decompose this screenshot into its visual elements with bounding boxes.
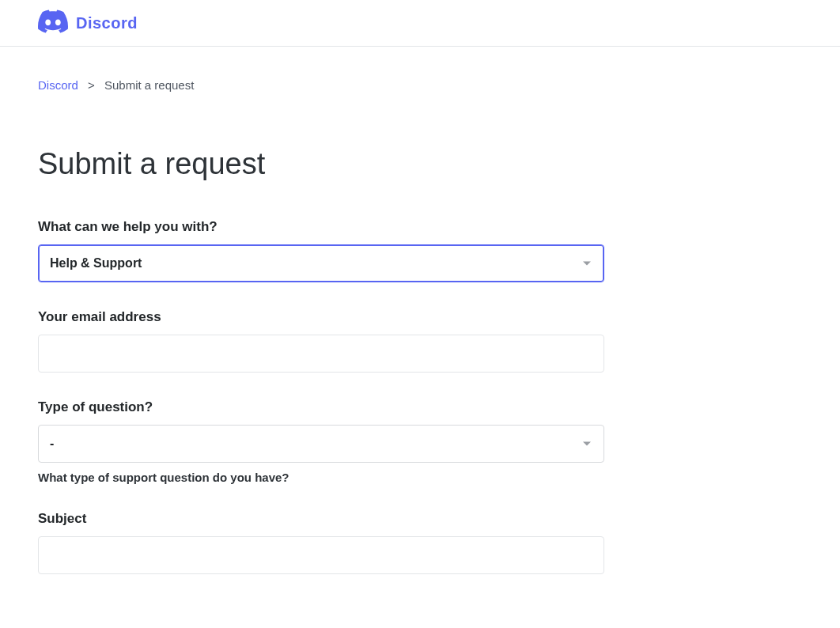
help-with-label: What can we help you with? xyxy=(38,219,604,235)
breadcrumb: Discord > Submit a request xyxy=(38,78,604,92)
email-group: Your email address xyxy=(38,309,604,373)
question-type-group: Type of question? - What type of support… xyxy=(38,399,604,484)
brand-text: Discord xyxy=(76,14,138,32)
question-type-help-text: What type of support question do you hav… xyxy=(38,471,604,484)
question-type-selected-value: - xyxy=(50,437,54,451)
question-type-select[interactable]: - xyxy=(38,425,604,463)
subject-label: Subject xyxy=(38,511,604,527)
subject-group: Subject xyxy=(38,511,604,574)
discord-logo-icon xyxy=(38,9,68,36)
email-field[interactable] xyxy=(38,335,604,373)
main-content: Discord > Submit a request Submit a requ… xyxy=(0,47,642,574)
email-label: Your email address xyxy=(38,309,604,325)
question-type-label: Type of question? xyxy=(38,399,604,415)
logo[interactable]: Discord xyxy=(38,9,138,36)
chevron-down-icon xyxy=(583,442,591,446)
breadcrumb-root-link[interactable]: Discord xyxy=(38,78,78,92)
help-with-selected-value: Help & Support xyxy=(50,256,142,270)
subject-field[interactable] xyxy=(38,536,604,574)
breadcrumb-separator: > xyxy=(88,78,95,92)
chevron-down-icon xyxy=(583,262,591,266)
help-with-select[interactable]: Help & Support xyxy=(38,244,604,282)
page-title: Submit a request xyxy=(38,147,604,181)
help-with-group: What can we help you with? Help & Suppor… xyxy=(38,219,604,282)
breadcrumb-current: Submit a request xyxy=(104,78,194,92)
header: Discord xyxy=(0,0,840,47)
